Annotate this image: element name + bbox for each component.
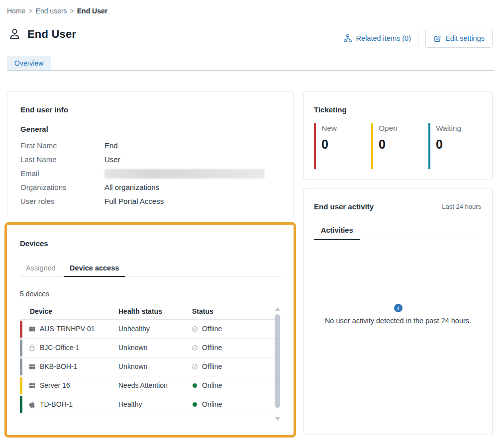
field-organizations: Organizations All organizations: [20, 183, 279, 194]
stat-label: New: [321, 124, 366, 133]
breadcrumb-separator: >: [28, 7, 32, 15]
stat-value: 0: [379, 137, 423, 152]
health-color-bar: [20, 340, 22, 356]
offline-icon: [192, 364, 198, 369]
table-scrollbar[interactable]: [274, 307, 281, 421]
stat-value: 0: [436, 137, 481, 152]
breadcrumb: Home > End users > End User: [7, 7, 107, 15]
end-user-info-card: End user info General First Name End Las…: [7, 91, 294, 217]
column-header-status: Status: [192, 307, 213, 315]
breadcrumb-end-users[interactable]: End users: [36, 7, 67, 15]
device-health-status: Healthy: [118, 400, 142, 408]
table-row-device[interactable]: TD-BOH-1 Healthy Online: [20, 395, 281, 414]
header-actions: Related items (0) Edit settings: [343, 29, 493, 48]
device-count: 5 devices: [20, 290, 49, 298]
table-row-device[interactable]: AUS-TRNHPV-01 Unhealthy Offline: [20, 320, 281, 339]
field-label: First Name: [20, 141, 57, 150]
device-name: BKB-BOH-1: [40, 362, 77, 370]
ticketing-title: Ticketing: [314, 105, 347, 114]
device-table-header: Device Health status Status: [20, 303, 281, 320]
stat-open: Open 0: [371, 123, 423, 169]
online-icon: [193, 383, 197, 388]
tab-overview[interactable]: Overview: [7, 56, 51, 71]
table-row-device[interactable]: Server 16 Needs Attention Online: [20, 376, 281, 395]
device-health-status: Unknown: [118, 362, 147, 370]
activity-title: End user activity: [314, 202, 374, 211]
field-user-roles: User roles Full Portal Access: [20, 197, 279, 208]
device-name: TD-BOH-1: [40, 400, 73, 408]
column-header-device: Device: [30, 307, 52, 315]
field-value: End: [104, 141, 118, 150]
edit-icon: [433, 34, 441, 42]
breadcrumb-current: End User: [77, 7, 107, 15]
stat-color-bar: [371, 123, 373, 169]
table-row-device[interactable]: BJC-Office-1 Unknown Offline: [20, 339, 281, 357]
device-status: Offline: [202, 362, 222, 370]
stat-label: Waiting: [436, 124, 481, 133]
stat-label: Open: [379, 124, 423, 133]
device-status: Offline: [202, 344, 222, 352]
user-icon: [8, 27, 21, 41]
tab-bar-underline: [7, 70, 494, 71]
stat-color-bar: [314, 123, 316, 169]
end-user-info-title: End user info: [20, 105, 68, 114]
stat-waiting: Waiting 0: [428, 123, 481, 169]
scrollbar-thumb[interactable]: [275, 314, 280, 408]
scroll-down-arrow-icon[interactable]: [275, 417, 280, 421]
field-label: User roles: [20, 197, 54, 205]
field-value: All organizations: [104, 183, 159, 191]
health-color-bar: [20, 358, 22, 375]
end-user-page: Home > End users > End User End User: [0, 0, 504, 444]
main-tab-bar: Overview: [7, 56, 51, 71]
header-divider: [418, 30, 418, 47]
hierarchy-icon: [343, 34, 352, 43]
field-label: Organizations: [20, 183, 67, 191]
tab-device-access[interactable]: Device access: [64, 262, 125, 277]
device-status: Online: [202, 381, 222, 389]
devices-card: Devices Assigned Device access 5 devices…: [7, 225, 294, 435]
field-email: Email: [20, 169, 279, 180]
edit-settings-button[interactable]: Edit settings: [425, 29, 493, 48]
field-label: Email: [20, 169, 39, 178]
ticketing-stats: New 0 Open 0 Waiting 0: [314, 123, 481, 169]
health-color-bar: [20, 377, 22, 394]
devices-title: Devices: [20, 239, 48, 248]
device-health-status: Needs Attention: [118, 381, 168, 389]
device-status: Offline: [202, 325, 222, 333]
page-title: End User: [27, 28, 76, 41]
device-table: Device Health status Status AUS-TRNHPV-0…: [20, 303, 281, 414]
related-items-label: Related items (0): [356, 34, 411, 42]
field-value: Full Portal Access: [104, 197, 164, 205]
tab-activities[interactable]: Activities: [314, 222, 360, 240]
windows-icon: [28, 382, 36, 389]
activity-period-label: Last 24 hours: [442, 203, 481, 210]
device-status: Online: [202, 400, 222, 408]
page-header: End User: [8, 27, 76, 41]
device-health-status: Unknown: [118, 344, 147, 352]
breadcrumb-home[interactable]: Home: [7, 7, 25, 15]
activity-empty-message: No user activity detected in the past 24…: [304, 317, 492, 325]
related-items-link[interactable]: Related items (0): [343, 34, 411, 43]
table-row-device[interactable]: BKB-BOH-1 Unknown Offline: [20, 357, 281, 376]
online-icon: [193, 402, 197, 407]
offline-icon: [192, 326, 198, 332]
device-name: Server 16: [40, 381, 70, 389]
devices-card-highlight: Devices Assigned Device access 5 devices…: [4, 222, 296, 438]
breadcrumb-separator: >: [70, 7, 74, 15]
device-name: AUS-TRNHPV-01: [40, 325, 95, 333]
field-first-name: First Name End: [20, 141, 279, 152]
scroll-up-arrow-icon[interactable]: [275, 307, 280, 311]
devices-tab-bar: Assigned Device access: [20, 262, 281, 277]
health-color-bar: [20, 321, 22, 338]
ticketing-card: Ticketing New 0 Open 0 Waiting 0: [303, 91, 493, 180]
device-name: BJC-Office-1: [40, 344, 80, 352]
field-label: Last Name: [20, 155, 57, 164]
info-icon: i: [394, 304, 403, 312]
edit-settings-label: Edit settings: [445, 34, 485, 42]
stat-value: 0: [321, 137, 366, 152]
stat-new: New 0: [314, 123, 366, 169]
tab-assigned[interactable]: Assigned: [20, 262, 62, 276]
end-user-activity-card: End user activity Last 24 hours Activiti…: [303, 188, 493, 435]
general-section-title: General: [20, 125, 48, 133]
linux-icon: [28, 344, 36, 352]
